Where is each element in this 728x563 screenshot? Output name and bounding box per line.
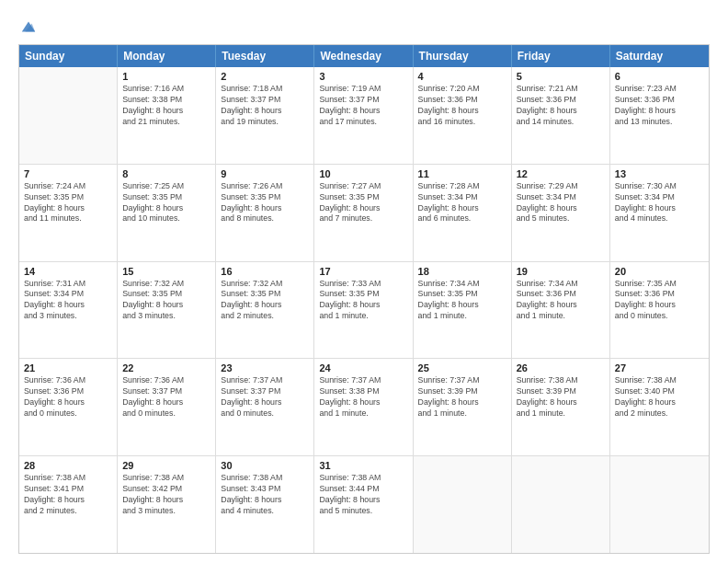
logo xyxy=(18,17,37,35)
day-cell-4: 4Sunrise: 7:20 AM Sunset: 3:36 PM Daylig… xyxy=(414,67,512,164)
day-cell-8: 8Sunrise: 7:25 AM Sunset: 3:35 PM Daylig… xyxy=(118,165,216,261)
day-cell-9: 9Sunrise: 7:26 AM Sunset: 3:35 PM Daylig… xyxy=(216,165,314,261)
calendar-header: SundayMondayTuesdayWednesdayThursdayFrid… xyxy=(19,45,709,67)
day-cell-25: 25Sunrise: 7:37 AM Sunset: 3:39 PM Dayli… xyxy=(414,359,512,455)
day-info: Sunrise: 7:37 AM Sunset: 3:37 PM Dayligh… xyxy=(221,375,309,419)
day-number: 30 xyxy=(221,460,309,471)
calendar: SundayMondayTuesdayWednesdayThursdayFrid… xyxy=(18,44,710,554)
day-number: 9 xyxy=(221,168,309,179)
day-info: Sunrise: 7:32 AM Sunset: 3:35 PM Dayligh… xyxy=(122,279,210,323)
day-cell-30: 30Sunrise: 7:38 AM Sunset: 3:43 PM Dayli… xyxy=(216,456,314,553)
calendar-row-3: 21Sunrise: 7:36 AM Sunset: 3:36 PM Dayli… xyxy=(19,358,709,455)
day-number: 20 xyxy=(615,266,704,277)
day-cell-14: 14Sunrise: 7:31 AM Sunset: 3:34 PM Dayli… xyxy=(19,262,118,359)
day-number: 16 xyxy=(221,266,309,277)
day-number: 25 xyxy=(418,362,506,373)
day-number: 7 xyxy=(24,168,112,179)
day-number: 1 xyxy=(122,71,210,82)
day-number: 4 xyxy=(418,71,506,82)
day-cell-26: 26Sunrise: 7:38 AM Sunset: 3:39 PM Dayli… xyxy=(512,359,610,455)
calendar-row-4: 28Sunrise: 7:38 AM Sunset: 3:41 PM Dayli… xyxy=(19,455,709,553)
day-number: 27 xyxy=(615,362,704,373)
day-number: 24 xyxy=(319,362,407,373)
day-cell-29: 29Sunrise: 7:38 AM Sunset: 3:42 PM Dayli… xyxy=(118,456,216,553)
day-number: 19 xyxy=(517,266,605,277)
calendar-row-2: 14Sunrise: 7:31 AM Sunset: 3:34 PM Dayli… xyxy=(19,261,709,359)
day-cell-20: 20Sunrise: 7:35 AM Sunset: 3:36 PM Dayli… xyxy=(610,262,709,359)
day-cell-5: 5Sunrise: 7:21 AM Sunset: 3:36 PM Daylig… xyxy=(512,67,610,164)
header-day-monday: Monday xyxy=(118,45,216,67)
day-cell-11: 11Sunrise: 7:28 AM Sunset: 3:34 PM Dayli… xyxy=(414,165,512,261)
day-number: 26 xyxy=(517,362,605,373)
day-cell-16: 16Sunrise: 7:32 AM Sunset: 3:35 PM Dayli… xyxy=(216,262,314,359)
day-cell-17: 17Sunrise: 7:33 AM Sunset: 3:35 PM Dayli… xyxy=(314,262,413,359)
page: SundayMondayTuesdayWednesdayThursdayFrid… xyxy=(0,0,728,563)
day-cell-28: 28Sunrise: 7:38 AM Sunset: 3:41 PM Dayli… xyxy=(19,456,118,553)
day-number: 18 xyxy=(418,266,506,277)
day-cell-18: 18Sunrise: 7:34 AM Sunset: 3:35 PM Dayli… xyxy=(414,262,512,359)
day-info: Sunrise: 7:21 AM Sunset: 3:36 PM Dayligh… xyxy=(517,84,605,128)
day-number: 17 xyxy=(319,266,407,277)
day-info: Sunrise: 7:33 AM Sunset: 3:35 PM Dayligh… xyxy=(319,279,407,323)
day-number: 5 xyxy=(517,71,605,82)
day-info: Sunrise: 7:38 AM Sunset: 3:39 PM Dayligh… xyxy=(517,375,605,419)
day-number: 12 xyxy=(517,168,605,179)
day-cell-3: 3Sunrise: 7:19 AM Sunset: 3:37 PM Daylig… xyxy=(314,67,413,164)
day-number: 29 xyxy=(122,460,210,471)
day-info: Sunrise: 7:38 AM Sunset: 3:42 PM Dayligh… xyxy=(122,473,210,517)
day-number: 6 xyxy=(615,71,704,82)
empty-cell-4-4 xyxy=(414,456,512,553)
calendar-body: 1Sunrise: 7:16 AM Sunset: 3:38 PM Daylig… xyxy=(19,67,709,553)
header-day-tuesday: Tuesday xyxy=(216,45,314,67)
day-info: Sunrise: 7:19 AM Sunset: 3:37 PM Dayligh… xyxy=(319,84,407,128)
header-day-saturday: Saturday xyxy=(610,45,709,67)
day-cell-10: 10Sunrise: 7:27 AM Sunset: 3:35 PM Dayli… xyxy=(314,165,413,261)
day-number: 11 xyxy=(418,168,506,179)
day-info: Sunrise: 7:16 AM Sunset: 3:38 PM Dayligh… xyxy=(122,84,210,128)
empty-cell-4-5 xyxy=(512,456,610,553)
header-day-thursday: Thursday xyxy=(414,45,512,67)
header xyxy=(18,17,710,35)
day-cell-6: 6Sunrise: 7:23 AM Sunset: 3:36 PM Daylig… xyxy=(610,67,709,164)
logo-icon xyxy=(20,18,37,35)
day-cell-22: 22Sunrise: 7:36 AM Sunset: 3:37 PM Dayli… xyxy=(118,359,216,455)
day-number: 8 xyxy=(122,168,210,179)
day-cell-27: 27Sunrise: 7:38 AM Sunset: 3:40 PM Dayli… xyxy=(610,359,709,455)
day-info: Sunrise: 7:38 AM Sunset: 3:44 PM Dayligh… xyxy=(319,473,407,517)
day-cell-24: 24Sunrise: 7:37 AM Sunset: 3:38 PM Dayli… xyxy=(314,359,413,455)
day-info: Sunrise: 7:25 AM Sunset: 3:35 PM Dayligh… xyxy=(122,181,210,225)
day-number: 31 xyxy=(319,460,407,471)
day-cell-21: 21Sunrise: 7:36 AM Sunset: 3:36 PM Dayli… xyxy=(19,359,118,455)
calendar-row-1: 7Sunrise: 7:24 AM Sunset: 3:35 PM Daylig… xyxy=(19,164,709,261)
day-cell-15: 15Sunrise: 7:32 AM Sunset: 3:35 PM Dayli… xyxy=(118,262,216,359)
header-day-wednesday: Wednesday xyxy=(314,45,413,67)
header-day-friday: Friday xyxy=(512,45,610,67)
day-number: 14 xyxy=(24,266,112,277)
day-info: Sunrise: 7:37 AM Sunset: 3:39 PM Dayligh… xyxy=(418,375,506,419)
day-info: Sunrise: 7:38 AM Sunset: 3:41 PM Dayligh… xyxy=(24,473,112,517)
day-number: 22 xyxy=(122,362,210,373)
day-cell-23: 23Sunrise: 7:37 AM Sunset: 3:37 PM Dayli… xyxy=(216,359,314,455)
day-info: Sunrise: 7:38 AM Sunset: 3:43 PM Dayligh… xyxy=(221,473,309,517)
day-cell-13: 13Sunrise: 7:30 AM Sunset: 3:34 PM Dayli… xyxy=(610,165,709,261)
day-number: 2 xyxy=(221,71,309,82)
day-info: Sunrise: 7:37 AM Sunset: 3:38 PM Dayligh… xyxy=(319,375,407,419)
day-cell-1: 1Sunrise: 7:16 AM Sunset: 3:38 PM Daylig… xyxy=(118,67,216,164)
day-number: 3 xyxy=(319,71,407,82)
day-info: Sunrise: 7:27 AM Sunset: 3:35 PM Dayligh… xyxy=(319,181,407,225)
day-info: Sunrise: 7:35 AM Sunset: 3:36 PM Dayligh… xyxy=(615,279,704,323)
day-cell-19: 19Sunrise: 7:34 AM Sunset: 3:36 PM Dayli… xyxy=(512,262,610,359)
day-info: Sunrise: 7:18 AM Sunset: 3:37 PM Dayligh… xyxy=(221,84,309,128)
day-info: Sunrise: 7:36 AM Sunset: 3:37 PM Dayligh… xyxy=(122,375,210,419)
day-info: Sunrise: 7:32 AM Sunset: 3:35 PM Dayligh… xyxy=(221,279,309,323)
day-info: Sunrise: 7:31 AM Sunset: 3:34 PM Dayligh… xyxy=(24,279,112,323)
day-info: Sunrise: 7:28 AM Sunset: 3:34 PM Dayligh… xyxy=(418,181,506,225)
day-info: Sunrise: 7:36 AM Sunset: 3:36 PM Dayligh… xyxy=(24,375,112,419)
day-cell-31: 31Sunrise: 7:38 AM Sunset: 3:44 PM Dayli… xyxy=(314,456,413,553)
day-number: 28 xyxy=(24,460,112,471)
day-info: Sunrise: 7:34 AM Sunset: 3:36 PM Dayligh… xyxy=(517,279,605,323)
day-info: Sunrise: 7:26 AM Sunset: 3:35 PM Dayligh… xyxy=(221,181,309,225)
empty-cell-0-0 xyxy=(19,67,118,164)
header-day-sunday: Sunday xyxy=(19,45,118,67)
day-number: 21 xyxy=(24,362,112,373)
